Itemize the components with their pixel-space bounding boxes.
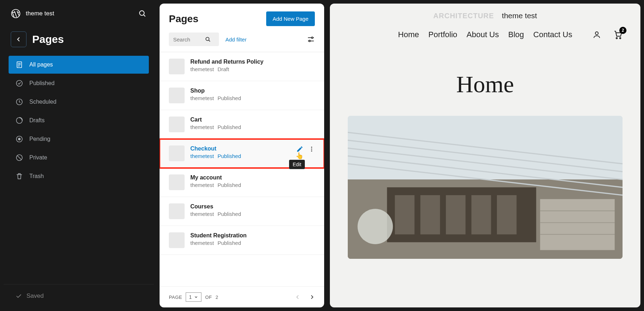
page-info: My account themetestPublished bbox=[190, 174, 241, 188]
svg-rect-31 bbox=[540, 199, 615, 250]
svg-point-35 bbox=[357, 209, 393, 244]
account-icon[interactable] bbox=[592, 30, 601, 39]
add-filter-link[interactable]: Add filter bbox=[225, 36, 247, 43]
pages-icon bbox=[15, 60, 24, 69]
svg-rect-27 bbox=[420, 195, 440, 235]
svg-point-10 bbox=[312, 37, 313, 38]
admin-topbar: theme test bbox=[4, 4, 154, 24]
search-input-wrap[interactable] bbox=[169, 33, 219, 46]
paginator: PAGE 1 OF 2 bbox=[160, 286, 324, 307]
filter-options-icon[interactable] bbox=[307, 35, 315, 43]
preview-nav-portfolio[interactable]: Portfolio bbox=[428, 30, 457, 39]
sidebar-item-pending[interactable]: Pending bbox=[9, 130, 149, 148]
page-info: Checkout themetestPublished bbox=[190, 145, 241, 159]
sidebar-item-scheduled[interactable]: Scheduled bbox=[9, 93, 149, 111]
brand-text: ARCHITECTURE bbox=[433, 12, 494, 20]
page-title[interactable]: My account bbox=[190, 174, 241, 181]
page-meta: themetestDraft bbox=[190, 66, 263, 72]
svg-rect-28 bbox=[446, 195, 465, 235]
page-title[interactable]: Student Registration bbox=[190, 232, 247, 239]
nav-label: Private bbox=[29, 154, 47, 161]
preview-panel: ARCHITECTURE theme test HomePortfolioAbo… bbox=[330, 4, 640, 307]
page-thumbnail bbox=[169, 59, 185, 74]
page-meta: themetestPublished bbox=[190, 153, 241, 159]
svg-point-9 bbox=[206, 37, 209, 40]
search-icon bbox=[205, 36, 211, 43]
page-thumbnail bbox=[169, 117, 185, 132]
cart-icon[interactable]: 2 bbox=[613, 30, 623, 39]
add-new-page-button[interactable]: Add New Page bbox=[266, 11, 315, 26]
edit-icon[interactable] bbox=[296, 145, 303, 153]
saved-status: Saved bbox=[4, 284, 154, 307]
sidebar-item-all-pages[interactable]: All pages bbox=[9, 56, 149, 74]
page-title[interactable]: Checkout bbox=[190, 145, 241, 152]
pages-header: Pages Add New Page bbox=[160, 4, 324, 33]
svg-point-13 bbox=[311, 149, 312, 150]
preview-site-header: ARCHITECTURE theme test bbox=[330, 4, 640, 23]
pending-icon bbox=[15, 135, 24, 143]
page-title[interactable]: Courses bbox=[190, 203, 241, 210]
preview-icons: 2 bbox=[592, 30, 623, 39]
clock-icon bbox=[15, 98, 24, 106]
preview-nav-contact-us[interactable]: Contact Us bbox=[533, 30, 572, 39]
pages-toolbar: Add filter bbox=[160, 33, 324, 52]
page-meta: themetestPublished bbox=[190, 182, 241, 188]
page-thumbnail bbox=[169, 232, 185, 248]
private-icon bbox=[15, 153, 24, 162]
page-row[interactable]: My account themetestPublished bbox=[160, 168, 324, 197]
page-meta: themetestPublished bbox=[190, 95, 241, 101]
sidebar-item-trash[interactable]: Trash bbox=[9, 167, 149, 185]
site-name[interactable]: theme test bbox=[26, 10, 133, 17]
sidebar-item-drafts[interactable]: Drafts bbox=[9, 112, 149, 129]
trash-icon bbox=[15, 172, 24, 181]
sidebar-item-private[interactable]: Private bbox=[9, 149, 149, 167]
page-select[interactable]: 1 bbox=[186, 292, 201, 302]
svg-point-11 bbox=[309, 40, 310, 41]
svg-point-14 bbox=[311, 150, 312, 152]
sidebar-item-published[interactable]: Published bbox=[9, 74, 149, 92]
svg-rect-30 bbox=[497, 195, 517, 235]
page-thumbnail bbox=[169, 145, 185, 161]
preview-site-name: theme test bbox=[502, 11, 537, 20]
preview-nav-blog[interactable]: Blog bbox=[508, 30, 524, 39]
cursor-icon: 👆 bbox=[296, 152, 303, 160]
nav-label: Trash bbox=[29, 173, 44, 179]
hero-title: Home bbox=[330, 42, 640, 111]
page-row[interactable]: Shop themetestPublished bbox=[160, 81, 324, 110]
check-icon bbox=[15, 79, 24, 88]
back-button[interactable] bbox=[11, 31, 26, 47]
svg-point-15 bbox=[595, 32, 598, 35]
pages-title: Pages bbox=[169, 13, 199, 25]
cart-badge: 2 bbox=[619, 27, 626, 34]
saved-label: Saved bbox=[26, 292, 44, 300]
page-title[interactable]: Refund and Returns Policy bbox=[190, 59, 263, 65]
search-icon[interactable] bbox=[138, 9, 147, 18]
page-meta: themetestPublished bbox=[190, 211, 241, 217]
search-input[interactable] bbox=[173, 36, 205, 43]
preview-nav-home[interactable]: Home bbox=[398, 30, 419, 39]
pages-panel: Pages Add New Page Add filter Refund and… bbox=[160, 4, 324, 307]
page-row[interactable]: Refund and Returns Policy themetestDraft bbox=[160, 52, 324, 81]
page-info: Cart themetestPublished bbox=[190, 117, 241, 130]
wordpress-logo-icon[interactable] bbox=[11, 9, 21, 19]
page-row[interactable]: Cart themetestPublished bbox=[160, 110, 324, 139]
draft-icon bbox=[15, 116, 24, 125]
svg-rect-29 bbox=[472, 195, 491, 235]
of-label: OF bbox=[205, 295, 212, 300]
page-title[interactable]: Shop bbox=[190, 88, 241, 94]
prev-page-button[interactable] bbox=[295, 294, 301, 300]
page-thumbnail bbox=[169, 203, 185, 219]
next-page-button[interactable] bbox=[309, 294, 315, 300]
row-actions: 👆 Edit bbox=[296, 145, 315, 153]
page-row[interactable]: Checkout themetestPublished 👆 Edit bbox=[160, 139, 324, 168]
page-row[interactable]: Courses themetestPublished bbox=[160, 197, 324, 226]
page-title[interactable]: Cart bbox=[190, 117, 241, 123]
preview-nav-about-us[interactable]: About Us bbox=[467, 30, 499, 39]
page-row[interactable]: Student Registration themetestPublished bbox=[160, 226, 324, 255]
svg-point-7 bbox=[18, 138, 20, 140]
nav-list: All pagesPublishedScheduledDraftsPending… bbox=[4, 56, 154, 185]
section-title: Pages bbox=[32, 33, 64, 45]
more-icon[interactable] bbox=[308, 146, 315, 152]
svg-point-12 bbox=[311, 147, 312, 148]
pages-list: Refund and Returns Policy themetestDraft… bbox=[160, 52, 324, 286]
